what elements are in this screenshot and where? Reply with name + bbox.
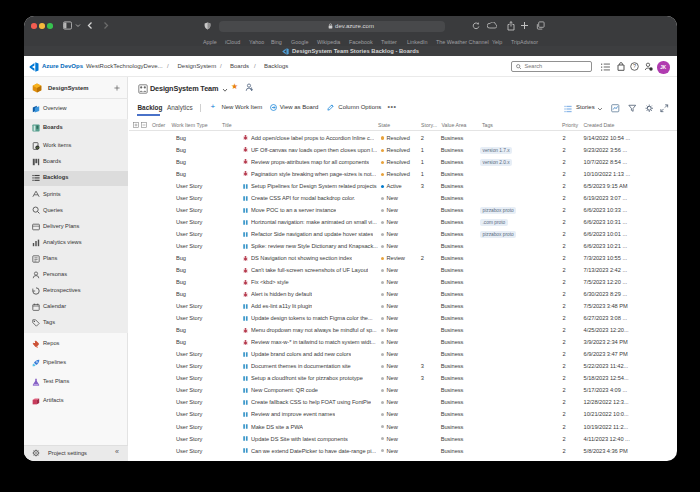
svg-text:?: ? xyxy=(633,63,636,69)
